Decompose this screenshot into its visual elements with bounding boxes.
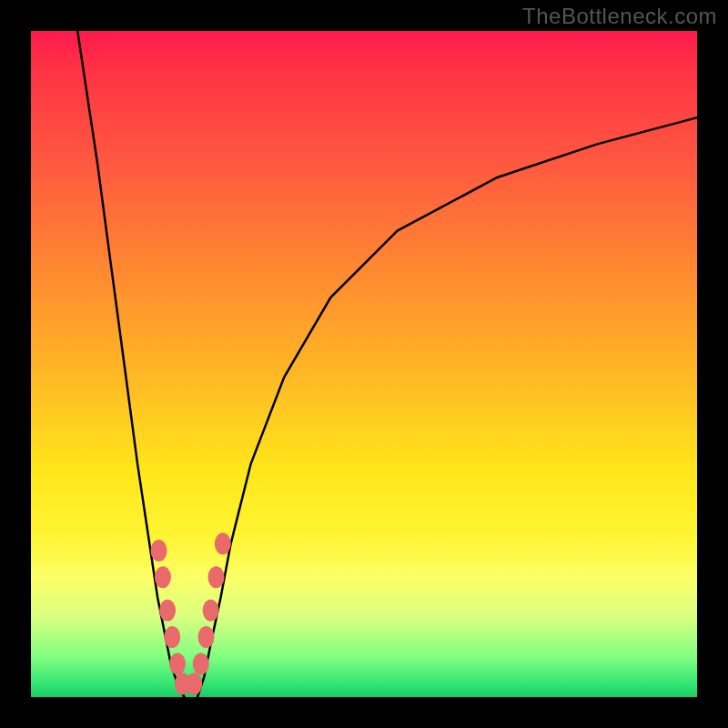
plot-area (31, 31, 697, 697)
data-marker (151, 540, 167, 561)
chart-frame: TheBottleneck.com (0, 0, 728, 728)
curve-left-branch (77, 31, 184, 697)
curve-layer (31, 31, 697, 697)
data-marker (203, 600, 219, 622)
data-marker (215, 533, 231, 555)
data-marker (193, 652, 209, 674)
watermark-text: TheBottleneck.com (522, 4, 717, 29)
data-marker (159, 600, 176, 622)
data-marker (164, 626, 180, 648)
data-marker (155, 566, 171, 588)
data-marker (169, 652, 186, 674)
data-marker (198, 626, 215, 648)
curve-right-branch (197, 117, 697, 697)
data-marker (208, 566, 225, 588)
data-marker (186, 672, 202, 694)
